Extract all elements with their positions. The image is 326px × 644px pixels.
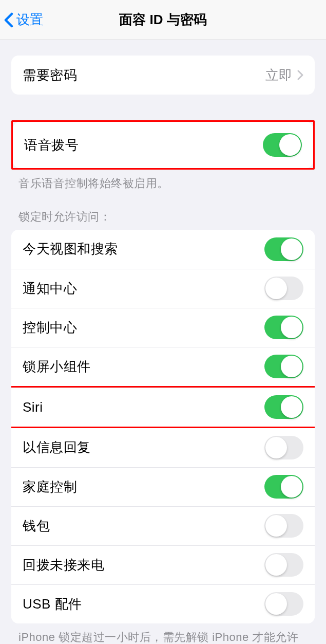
require-passcode-label: 需要密码 — [23, 66, 77, 84]
lock-access-toggle[interactable] — [264, 355, 303, 378]
voice-dial-toggle[interactable] — [263, 133, 302, 157]
lock-access-toggle[interactable] — [264, 475, 303, 499]
require-passcode-cell[interactable]: 需要密码 立即 — [11, 56, 315, 95]
lock-access-label: USB 配件 — [23, 595, 82, 613]
back-button[interactable]: 设置 — [0, 11, 43, 29]
lock-access-toggle[interactable] — [264, 514, 303, 538]
lock-access-cell: 回拨未接来电 — [11, 545, 315, 584]
lock-access-cell: 家庭控制 — [11, 467, 315, 506]
lock-access-cell: 通知中心 — [11, 269, 315, 308]
require-passcode-value: 立即 — [265, 66, 292, 84]
lock-access-toggle[interactable] — [264, 436, 303, 459]
require-passcode-group: 需要密码 立即 — [11, 56, 315, 95]
lock-access-cell: USB 配件 — [11, 584, 315, 623]
lock-access-label: 回拨未接来电 — [23, 556, 104, 574]
lock-access-header: 锁定时允许访问： — [0, 209, 326, 230]
chevron-left-icon — [4, 12, 13, 28]
lock-access-toggle[interactable] — [264, 237, 303, 261]
lock-access-group: 今天视图和搜索通知中心控制中心锁屏小组件Siri以信息回复家庭控制钱包回拨未接来… — [11, 230, 315, 623]
lock-access-toggle[interactable] — [264, 553, 303, 577]
voice-dial-highlight: 语音拨号 — [11, 120, 315, 170]
lock-access-label: 今天视图和搜索 — [23, 240, 118, 258]
navigation-bar: 设置 面容 ID 与密码 — [0, 0, 326, 40]
voice-dial-group: 语音拨号 — [13, 122, 313, 168]
lock-access-cell: 以信息回复 — [11, 428, 315, 467]
lock-access-label: 锁屏小组件 — [23, 358, 91, 376]
lock-access-toggle[interactable] — [264, 395, 303, 419]
lock-access-label: Siri — [23, 399, 43, 415]
content-area: 需要密码 立即 语音拨号 音乐语音控制将始终被启用。 锁定时允许访 — [0, 40, 326, 644]
back-label: 设置 — [16, 11, 43, 29]
chevron-right-icon — [297, 70, 303, 80]
lock-access-label: 通知中心 — [23, 280, 77, 298]
lock-access-cell: 锁屏小组件 — [11, 347, 315, 386]
lock-access-toggle[interactable] — [264, 316, 303, 339]
lock-access-label: 控制中心 — [23, 319, 77, 337]
lock-access-cell: 控制中心 — [11, 308, 315, 347]
voice-dial-footer: 音乐语音控制将始终被启用。 — [0, 170, 326, 192]
lock-access-cell: 今天视图和搜索 — [11, 230, 315, 269]
lock-access-footer: iPhone 锁定超过一小时后，需先解锁 iPhone 才能允许USB 配件连接… — [0, 623, 326, 644]
page-title: 面容 ID 与密码 — [119, 11, 206, 29]
voice-dial-label: 语音拨号 — [24, 136, 79, 154]
siri-highlight: Siri — [11, 386, 315, 428]
lock-access-cell: Siri — [11, 388, 315, 427]
lock-access-label: 钱包 — [23, 517, 50, 535]
lock-access-toggle[interactable] — [264, 592, 303, 616]
lock-access-label: 以信息回复 — [23, 438, 91, 456]
lock-access-cell: 钱包 — [11, 506, 315, 545]
lock-access-toggle[interactable] — [264, 277, 303, 300]
lock-access-label: 家庭控制 — [23, 478, 77, 496]
voice-dial-cell: 语音拨号 — [13, 122, 313, 168]
